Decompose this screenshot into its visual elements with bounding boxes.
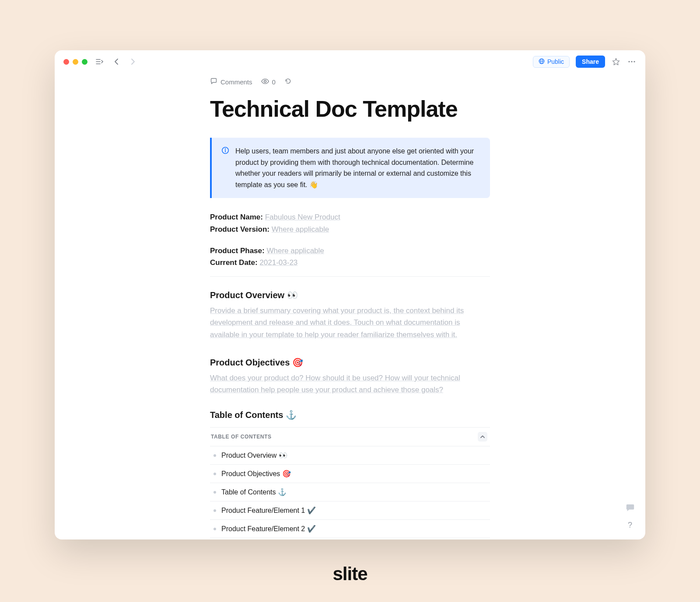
share-button[interactable]: Share [576,56,605,68]
toc-item[interactable]: Product Feature/Element 2 ✔️ [210,520,490,538]
toc-item[interactable]: Product Feature/Element 1 ✔️ [210,501,490,520]
overview-body[interactable]: Provide a brief summary covering what yo… [210,305,490,341]
svg-point-10 [264,80,266,82]
doc-meta-row: Comments 0 [210,77,490,86]
more-icon[interactable] [627,57,637,66]
callout-text: Help users, team members and just about … [235,146,480,190]
refresh-button[interactable] [284,77,292,86]
info-callout[interactable]: Help users, team members and just about … [210,138,490,198]
public-label: Public [547,58,564,65]
toc-widget: TABLE OF CONTENTS Product Overview 👀 Pro… [210,427,490,539]
sidebar-toggle-icon[interactable] [95,57,104,66]
bullet-icon [214,454,216,457]
toc-item-label: Product Feature/Element 1 ✔️ [221,506,316,515]
toc-item-label: Product Objectives 🎯 [221,470,291,478]
zoom-dot[interactable] [82,59,88,65]
toc-header: TABLE OF CONTENTS [210,428,490,446]
current-date-row: Current Date: 2021-03-23 [210,257,490,268]
traffic-lights [63,59,88,65]
current-date-value[interactable]: 2021-03-23 [259,258,298,267]
comments-label: Comments [220,78,252,86]
current-date-label: Current Date: [210,258,258,267]
toc-item-label: Product Feature/Element 2 ✔️ [221,525,316,533]
product-name-row: Product Name: Fabulous New Product [210,211,490,223]
svg-point-8 [631,61,632,62]
info-icon [221,146,229,190]
views-count: 0 [272,78,276,86]
refresh-icon [284,77,292,86]
bullet-icon [214,473,216,475]
toc-heading[interactable]: Table of Contents ⚓ [210,410,490,420]
bullet-icon [214,509,216,512]
objectives-body[interactable]: What does your product do? How should it… [210,372,490,396]
toc-header-label: TABLE OF CONTENTS [211,434,272,440]
overview-heading[interactable]: Product Overview 👀 [210,290,490,300]
product-name-label: Product Name: [210,213,263,221]
svg-point-9 [634,61,635,62]
page-title[interactable]: Technical Doc Template [210,96,490,122]
product-version-value[interactable]: Where applicable [272,225,329,233]
chevron-up-icon[interactable] [478,432,487,442]
objectives-heading[interactable]: Product Objectives 🎯 [210,357,490,368]
bullet-icon [214,528,216,530]
metadata-fields[interactable]: Product Name: Fabulous New Product Produ… [210,211,490,268]
minimize-dot[interactable] [73,59,78,65]
comment-icon [210,77,217,86]
titlebar-left [63,57,137,66]
bullet-icon [214,491,216,494]
comments-button[interactable]: Comments [210,77,252,86]
product-name-value[interactable]: Fabulous New Product [265,213,340,221]
close-dot[interactable] [63,59,69,65]
brand-logo: slite [332,564,367,585]
titlebar-right: Public Share [533,56,637,68]
document[interactable]: Comments 0 Technical Doc Template [210,77,490,539]
floating-actions: ? [624,502,636,531]
app-window: Public Share Comments [55,50,645,539]
product-phase-value[interactable]: Where applicable [266,247,324,255]
public-badge[interactable]: Public [533,56,570,68]
svg-point-7 [628,61,630,62]
svg-marker-6 [613,59,620,65]
divider [210,276,490,277]
star-icon[interactable] [611,57,621,66]
globe-icon [539,58,545,66]
toc-item[interactable]: Product Feature/Element 3 ✔️ [210,538,490,539]
titlebar: Public Share [55,50,645,73]
help-icon[interactable]: ? [624,519,636,531]
toc-item[interactable]: Table of Contents ⚓ [210,483,490,501]
product-phase-row: Product Phase: Where applicable [210,245,490,257]
eye-icon [261,78,269,86]
product-version-row: Product Version: Where applicable [210,223,490,235]
toc-item[interactable]: Product Overview 👀 [210,446,490,465]
nav-forward-icon [129,57,137,66]
product-version-label: Product Version: [210,225,270,233]
toc-item-label: Product Overview 👀 [221,451,287,459]
toc-item[interactable]: Product Objectives 🎯 [210,465,490,483]
toc-item-label: Table of Contents ⚓ [221,488,287,496]
product-phase-label: Product Phase: [210,247,265,255]
document-area: Comments 0 Technical Doc Template [55,73,645,539]
chat-bubble-icon[interactable] [624,502,636,513]
nav-back-icon[interactable] [112,57,121,66]
svg-point-13 [225,149,226,149]
views-indicator[interactable]: 0 [261,78,276,86]
